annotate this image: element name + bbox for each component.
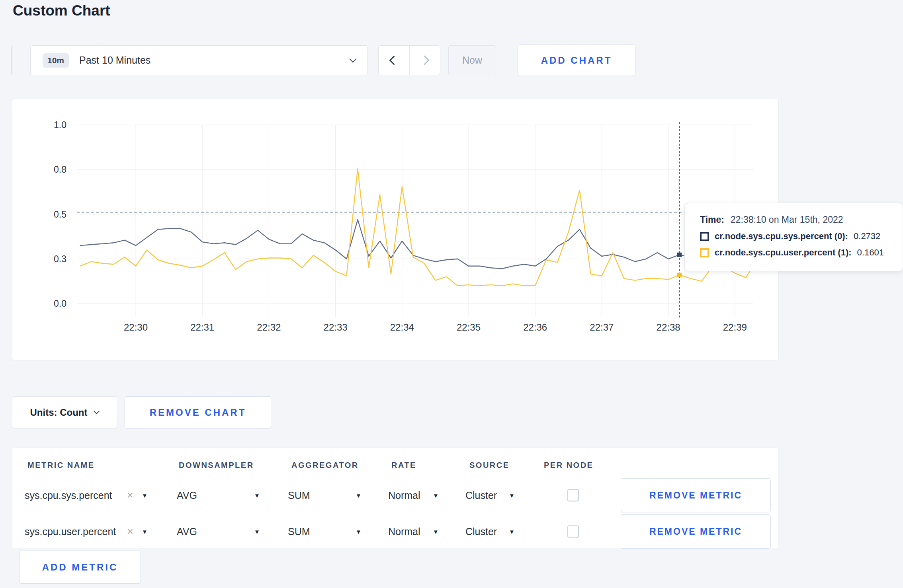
time-range-badge: 10m <box>43 53 69 68</box>
x-axis-label: 22:38 <box>657 322 680 333</box>
y-axis-label: 1.0 <box>54 120 66 130</box>
source-select[interactable]: Cluster <box>465 526 497 537</box>
column-header-source: SOURCE <box>469 461 510 470</box>
clear-metric-icon[interactable]: × <box>127 489 133 502</box>
series-line-1 <box>80 169 757 286</box>
column-header-aggregator: AGGREGATOR <box>291 461 359 470</box>
tooltip-series-row: cr.node.sys.cpu.sys.percent (0): 0.2732 <box>700 231 903 241</box>
chevron-left-icon <box>389 55 399 65</box>
y-axis-label: 0.0 <box>54 298 66 309</box>
chart-svg[interactable]: 0.00.30.50.81.022:3022:3122:3222:3322:34… <box>12 99 778 360</box>
caret-down-icon[interactable]: ▼ <box>433 492 439 499</box>
clear-metric-icon[interactable]: × <box>127 526 133 538</box>
tooltip-series-value: 0.1601 <box>857 247 884 258</box>
source-select[interactable]: Cluster <box>465 490 497 501</box>
table-row: sys.cpu.sys.percent × ▼ AVG ▼ SUM ▼ Norm… <box>12 477 778 514</box>
y-axis-label: 0.5 <box>54 209 66 220</box>
rate-select[interactable]: Normal <box>388 490 420 501</box>
tooltip-series-row: cr.node.sys.cpu.user.percent (1): 0.1601 <box>700 247 903 258</box>
column-header-downsampler: DOWNSAMPLER <box>179 461 254 470</box>
y-axis-label: 0.8 <box>54 164 66 175</box>
now-button[interactable]: Now <box>448 45 496 75</box>
custom-chart-page: Custom Chart 10m Past 10 Minutes Now ADD… <box>0 0 903 588</box>
column-header-metric-name: METRIC NAME <box>27 461 95 470</box>
page-title: Custom Chart <box>13 2 110 19</box>
tooltip-series-value: 0.2732 <box>854 231 880 241</box>
tooltip-series-label: cr.node.sys.cpu.sys.percent (0): <box>715 231 848 241</box>
x-axis-label: 22:36 <box>523 322 547 333</box>
caret-down-icon[interactable]: ▼ <box>433 528 439 535</box>
toolbar-accent-divider <box>12 46 12 75</box>
y-axis-label: 0.3 <box>54 254 66 264</box>
chevron-down-icon <box>94 408 100 415</box>
add-metric-button[interactable]: ADD METRIC <box>19 551 141 584</box>
remove-metric-button[interactable]: REMOVE METRIC <box>621 514 771 549</box>
per-node-checkbox[interactable] <box>567 526 579 538</box>
caret-down-icon[interactable]: ▼ <box>509 492 515 499</box>
time-range-dropdown[interactable]: 10m Past 10 Minutes <box>30 45 368 75</box>
aggregator-select[interactable]: SUM <box>288 490 310 501</box>
units-dropdown[interactable]: Units: Count <box>12 396 117 428</box>
tooltip-time-label: Time: <box>700 214 724 225</box>
caret-down-icon[interactable]: ▼ <box>254 528 260 535</box>
aggregator-select[interactable]: SUM <box>288 526 310 537</box>
crosshair-dot-1 <box>677 273 682 277</box>
x-axis-label: 22:39 <box>723 322 747 333</box>
downsampler-select[interactable]: AVG <box>177 490 197 501</box>
downsampler-select[interactable]: AVG <box>177 526 197 537</box>
metric-name-value: sys.cpu.sys.percent <box>25 490 112 501</box>
remove-metric-button[interactable]: REMOVE METRIC <box>621 478 771 512</box>
time-range-label: Past 10 Minutes <box>79 55 150 66</box>
remove-chart-button[interactable]: REMOVE CHART <box>125 396 271 428</box>
add-chart-button[interactable]: ADD CHART <box>518 45 635 76</box>
time-prev-button[interactable] <box>379 46 410 75</box>
x-axis-label: 22:37 <box>590 322 614 333</box>
column-header-rate: RATE <box>391 461 416 470</box>
time-step-control <box>378 45 440 75</box>
x-axis-label: 22:31 <box>190 322 214 333</box>
chevron-right-icon <box>420 55 430 65</box>
metric-name-value: sys.cpu.user.percent <box>25 526 116 537</box>
series-swatch-icon <box>700 232 709 241</box>
time-next-button[interactable] <box>410 46 440 75</box>
chart-card: 0.00.30.50.81.022:3022:3122:3222:3322:34… <box>12 99 779 360</box>
x-axis-label: 22:30 <box>124 322 148 333</box>
caret-down-icon[interactable]: ▼ <box>509 528 515 535</box>
metrics-table: METRIC NAME DOWNSAMPLER AGGREGATOR RATE … <box>12 448 779 548</box>
caret-down-icon[interactable]: ▼ <box>142 528 148 535</box>
caret-down-icon[interactable]: ▼ <box>356 492 362 499</box>
tooltip-time-value: 22:38:10 on Mar 15th, 2022 <box>731 214 843 225</box>
chevron-down-icon <box>349 55 356 62</box>
chart-tooltip: Time: 22:38:10 on Mar 15th, 2022 cr.node… <box>684 203 903 271</box>
per-node-checkbox[interactable] <box>567 489 579 502</box>
x-axis-label: 22:34 <box>390 322 414 333</box>
series-line-0 <box>80 220 757 269</box>
table-row: sys.cpu.user.percent × ▼ AVG ▼ SUM ▼ Nor… <box>12 513 778 550</box>
rate-select[interactable]: Normal <box>388 526 420 537</box>
x-axis-label: 22:35 <box>457 322 481 333</box>
series-swatch-icon <box>700 248 709 257</box>
units-label: Units: Count <box>30 407 88 418</box>
caret-down-icon[interactable]: ▼ <box>254 492 260 499</box>
tooltip-time-row: Time: 22:38:10 on Mar 15th, 2022 <box>700 214 903 225</box>
caret-down-icon[interactable]: ▼ <box>142 492 148 499</box>
x-axis-label: 22:32 <box>257 322 281 333</box>
caret-down-icon[interactable]: ▼ <box>356 528 362 535</box>
crosshair-dot-0 <box>677 253 682 257</box>
x-axis-label: 22:33 <box>324 322 348 333</box>
column-header-per-node: PER NODE <box>544 461 593 470</box>
tooltip-series-label: cr.node.sys.cpu.user.percent (1): <box>715 247 852 258</box>
